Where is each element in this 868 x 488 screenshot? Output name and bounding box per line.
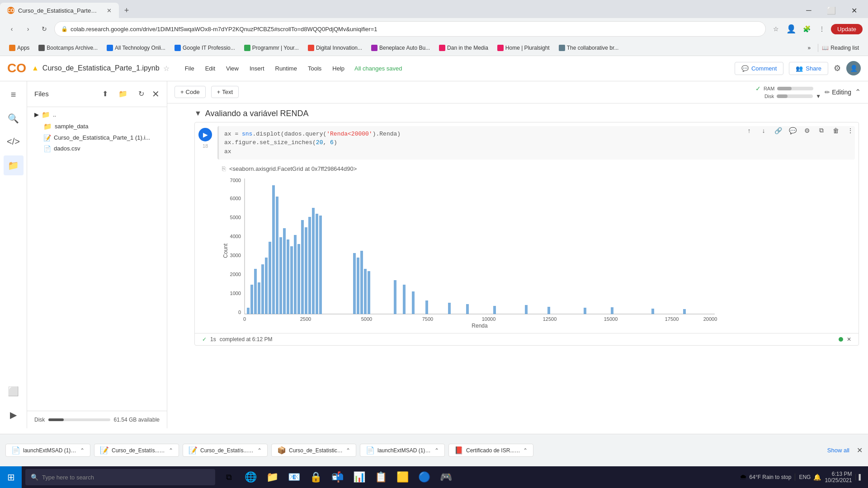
download-chevron-6[interactable]: ⌃ xyxy=(523,447,528,454)
bookmarks-more-button[interactable]: » xyxy=(804,44,815,52)
download-item-4[interactable]: 📦 Curso_de_Estatistica.zip ⌃ xyxy=(271,444,356,457)
show-all-button[interactable]: Show all xyxy=(824,445,853,455)
sidebar-code-icon[interactable]: </> xyxy=(4,132,24,152)
taskbar-app-messaging[interactable]: 📬 xyxy=(327,466,347,488)
download-chevron-5[interactable]: ⌃ xyxy=(434,447,439,454)
settings-icon[interactable]: ⚙ xyxy=(834,63,841,73)
files-close-button[interactable]: ✕ xyxy=(152,89,160,99)
taskbar-app-mail[interactable]: 📧 xyxy=(284,466,304,488)
bookmark-apps[interactable]: Apps xyxy=(5,44,33,52)
comment-cell-icon[interactable]: 💬 xyxy=(786,124,799,137)
taskbar-app-edge[interactable]: 🌐 xyxy=(241,466,260,488)
refresh-button[interactable]: ↻ xyxy=(134,87,148,101)
menu-tools[interactable]: Tools xyxy=(303,63,326,74)
bookmark-star-icon[interactable]: ☆ xyxy=(769,23,782,35)
taskbar-app-chrome[interactable]: 🔵 xyxy=(414,466,434,488)
taskbar-app-security[interactable]: 🔒 xyxy=(306,466,326,488)
download-item-1[interactable]: 📄 launchExtMSAD (1).ica ⌃ xyxy=(5,444,90,457)
download-chevron-2[interactable]: ⌃ xyxy=(169,447,173,454)
active-tab[interactable]: CO Curso_de_Estatistica_Parte_1.ipy... ✕ xyxy=(0,3,119,18)
bookmark-beneplace[interactable]: Beneplace Auto Bu... xyxy=(368,44,434,52)
window-maximize[interactable]: ⬜ xyxy=(821,1,842,19)
notebook-name[interactable]: Curso_de_Estatistica_Parte_1.ipynb xyxy=(42,64,160,72)
window-close[interactable]: ✕ xyxy=(844,1,864,19)
notification-icon[interactable]: 🔔 xyxy=(813,474,821,481)
file-item-csv[interactable]: 📄 dados.csv xyxy=(27,143,167,154)
browser-profile-icon[interactable]: 👤 xyxy=(785,23,797,35)
forward-button[interactable]: › xyxy=(22,23,34,35)
copy-output-button[interactable]: ⎘ xyxy=(222,165,226,172)
upload-file-button[interactable]: ⬆ xyxy=(98,87,112,101)
sidebar-compute-icon[interactable]: ▶ xyxy=(4,405,24,425)
collapse-section-icon[interactable]: ▼ xyxy=(194,109,202,117)
bookmark-all-tech[interactable]: All Technology Onli... xyxy=(103,44,169,52)
file-item-parent[interactable]: ▶ 📁 .. xyxy=(27,109,167,121)
copy-cell-icon[interactable]: ⧉ xyxy=(815,124,828,137)
settings-cell-icon[interactable]: ⚙ xyxy=(801,124,813,137)
taskbar-app-clipboard[interactable]: 📋 xyxy=(371,466,391,488)
download-chevron-4[interactable]: ⌃ xyxy=(346,447,350,454)
bookmark-collaborative[interactable]: The collaborative br... xyxy=(555,44,623,52)
collapse-toolbar-icon[interactable]: ⌃ xyxy=(855,88,861,96)
bookmark-pluralsight[interactable]: Home | Pluralsight xyxy=(494,44,553,52)
menu-help[interactable]: Help xyxy=(328,63,349,74)
bookmark-programmr[interactable]: Programmr | Your... xyxy=(241,44,302,52)
share-button[interactable]: 👥 Share xyxy=(789,62,828,75)
user-avatar[interactable]: 👤 xyxy=(846,61,861,75)
browser-menu-icon[interactable]: ⋮ xyxy=(816,23,828,35)
extensions-icon[interactable]: 🧩 xyxy=(800,23,813,35)
back-button[interactable]: ‹ xyxy=(5,23,18,35)
bookmark-digital[interactable]: Digital Innovation... xyxy=(304,44,366,52)
tab-close-icon[interactable]: ✕ xyxy=(107,7,112,14)
move-up-icon[interactable]: ↑ xyxy=(743,124,755,137)
bookmark-bootcamps[interactable]: Bootcamps Archive... xyxy=(35,44,101,52)
run-cell-button[interactable]: ▶ xyxy=(198,128,212,141)
menu-edit[interactable]: Edit xyxy=(201,63,220,74)
menu-view[interactable]: View xyxy=(222,63,243,74)
file-item-notebook[interactable]: 📝 Curso_de_Estatística_Parte_1 (1).i... xyxy=(27,132,167,143)
taskbar-app-sticky[interactable]: 🟨 xyxy=(392,466,412,488)
reading-list-button[interactable]: 📖 Reading list xyxy=(818,44,863,52)
bookmark-google-it[interactable]: Google IT Professio... xyxy=(171,44,239,52)
menu-insert[interactable]: Insert xyxy=(245,63,269,74)
add-code-button[interactable]: + Code xyxy=(175,86,206,98)
completion-close-icon[interactable]: ✕ xyxy=(847,336,851,343)
download-chevron-3[interactable]: ⌃ xyxy=(257,447,262,454)
taskbar-app-explorer[interactable]: 📁 xyxy=(262,466,282,488)
download-item-6[interactable]: 📕 Certificado de ISR....pdf ⌃ xyxy=(448,444,533,457)
taskbar-app-task-view[interactable]: ⧉ xyxy=(219,466,239,488)
more-cell-icon[interactable]: ⋮ xyxy=(844,124,857,137)
chevron-down-icon[interactable]: ▼ xyxy=(816,93,821,99)
taskbar-app-excel[interactable]: 📊 xyxy=(349,466,369,488)
menu-file[interactable]: File xyxy=(180,63,199,74)
menu-runtime[interactable]: Runtime xyxy=(271,63,302,74)
search-input[interactable] xyxy=(42,474,210,481)
show-desktop-icon[interactable]: ▌ xyxy=(855,474,863,480)
download-item-3[interactable]: 📝 Curso_de_Estatís...ipynb ⌃ xyxy=(183,444,268,457)
star-icon[interactable]: ☆ xyxy=(163,64,170,73)
comment-button[interactable]: 💬 Comment xyxy=(735,62,783,75)
download-chevron-1[interactable]: ⌃ xyxy=(80,447,85,454)
window-minimize[interactable]: ─ xyxy=(798,1,819,19)
taskbar-app-ide[interactable]: 🎮 xyxy=(436,466,456,488)
bookmark-dan-media[interactable]: Dan in the Media xyxy=(435,44,492,52)
add-text-button[interactable]: + Text xyxy=(211,86,239,98)
sidebar-files-icon[interactable]: 📁 xyxy=(4,155,24,175)
address-bar[interactable]: 🔒 colab.research.google.com/drive/1DiM1N… xyxy=(54,21,766,37)
new-folder-button[interactable]: 📁 xyxy=(116,87,130,101)
new-tab-button[interactable]: + xyxy=(119,3,134,18)
update-button[interactable]: Update xyxy=(831,24,863,34)
sidebar-search-icon[interactable]: 🔍 xyxy=(4,108,24,128)
download-item-5[interactable]: 📄 launchExtMSAD (1).ica ⌃ xyxy=(360,444,445,457)
download-item-2[interactable]: 📝 Curso_de_Estatís....ipynb ⌃ xyxy=(94,444,179,457)
link-icon[interactable]: 🔗 xyxy=(772,124,784,137)
sidebar-terminal-icon[interactable]: ⬜ xyxy=(4,381,24,401)
close-downloads-icon[interactable]: ✕ xyxy=(857,446,863,455)
move-down-icon[interactable]: ↓ xyxy=(757,124,770,137)
search-bar[interactable]: 🔍 xyxy=(25,469,215,485)
sidebar-menu-icon[interactable]: ≡ xyxy=(4,85,24,105)
start-button[interactable]: ⊞ xyxy=(0,466,22,488)
delete-cell-icon[interactable]: 🗑 xyxy=(830,124,842,137)
file-item-sample-data[interactable]: 📁 sample_data xyxy=(27,121,167,132)
reload-button[interactable]: ↻ xyxy=(38,23,51,35)
